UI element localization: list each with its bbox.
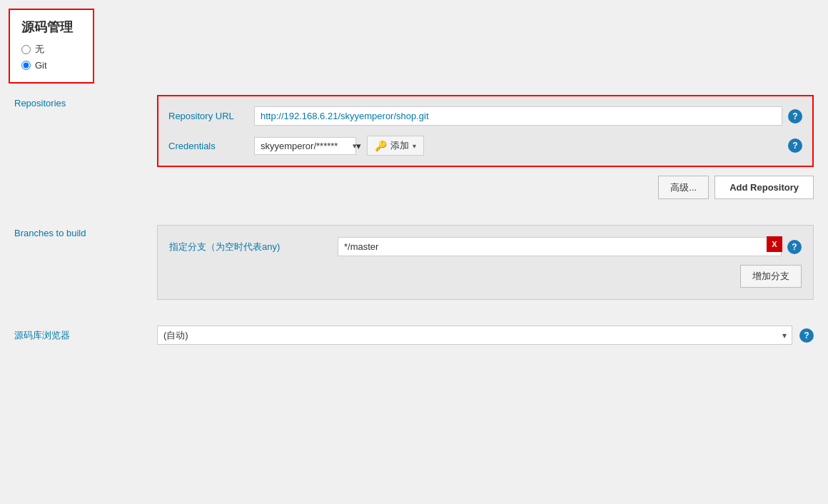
radio-git-input[interactable]	[21, 61, 31, 70]
radio-none-label: 无	[35, 43, 44, 56]
repo-section-content: Repository URL ? Credentials skyyempero	[157, 95, 814, 199]
radio-git-label: Git	[35, 60, 47, 71]
credentials-help[interactable]: ?	[788, 138, 802, 153]
branch-buttons-row: 增加分支	[169, 265, 802, 288]
browser-select-wrapper: (自动) ▾	[157, 326, 792, 345]
advanced-button[interactable]: 高级...	[658, 176, 709, 199]
credentials-select-arrow: ▾	[356, 141, 361, 151]
browser-select[interactable]: (自动)	[157, 326, 792, 345]
add-repository-button[interactable]: Add Repository	[715, 176, 814, 199]
branch-input[interactable]	[338, 237, 782, 256]
repo-url-input[interactable]	[254, 106, 782, 126]
radio-none[interactable]: 无	[21, 43, 81, 56]
source-browser-section: 源码库浏览器 (自动) ▾ ?	[0, 314, 828, 356]
credentials-select-wrapper: skyyemperor/****** ▾	[254, 137, 361, 155]
key-icon: 🔑	[375, 140, 387, 151]
repo-url-row: Repository URL ?	[168, 106, 802, 126]
branch-input-row: 指定分支（为空时代表any) X ?	[169, 237, 802, 256]
branches-help[interactable]: ?	[787, 240, 802, 254]
branch-field-label: 指定分支（为空时代表any)	[169, 241, 326, 253]
add-branch-button[interactable]: 增加分支	[740, 265, 802, 288]
source-browser-help[interactable]: ?	[799, 328, 814, 343]
source-browser-label: 源码库浏览器	[14, 329, 157, 342]
branches-label: Branches to build	[14, 225, 157, 238]
branches-content: 指定分支（为空时代表any) X ? 增加分支	[157, 225, 814, 300]
credentials-select[interactable]: skyyemperor/******	[254, 137, 356, 155]
repo-url-label: Repository URL	[168, 111, 254, 121]
source-control-header: 源码管理 无 Git	[9, 9, 94, 84]
repositories-section: Repositories Repository URL ? Credential…	[0, 84, 828, 199]
repo-inner-box: Repository URL ? Credentials skyyempero	[157, 95, 814, 167]
source-control-title: 源码管理	[21, 19, 81, 36]
radio-group: 无 Git	[21, 43, 81, 71]
credentials-label: Credentials	[168, 141, 254, 151]
branch-delete-button[interactable]: X	[767, 236, 782, 252]
radio-git[interactable]: Git	[21, 60, 81, 71]
repo-url-input-wrapper	[254, 106, 782, 126]
add-btn-arrow: ▾	[413, 142, 416, 150]
page-container: 源码管理 无 Git Repositories Repository URL	[0, 0, 828, 371]
add-btn-label: 添加	[390, 139, 409, 152]
credentials-row: Credentials skyyemperor/****** ▾ 🔑 添加	[168, 136, 802, 156]
credentials-input-wrapper: skyyemperor/****** ▾ 🔑 添加 ▾	[254, 136, 782, 156]
branches-inner-box: 指定分支（为空时代表any) X ? 增加分支	[157, 225, 814, 300]
repo-url-help[interactable]: ?	[788, 109, 802, 124]
branch-input-wrapper: X	[338, 237, 782, 256]
main-content: Repositories Repository URL ? Credential…	[0, 84, 828, 371]
add-credential-button[interactable]: 🔑 添加 ▾	[367, 136, 424, 156]
repo-buttons-row: 高级... Add Repository	[157, 176, 814, 199]
repositories-label: Repositories	[14, 95, 157, 109]
radio-none-input[interactable]	[21, 45, 31, 54]
branches-section: Branches to build 指定分支（为空时代表any) X ? 增	[0, 213, 828, 300]
